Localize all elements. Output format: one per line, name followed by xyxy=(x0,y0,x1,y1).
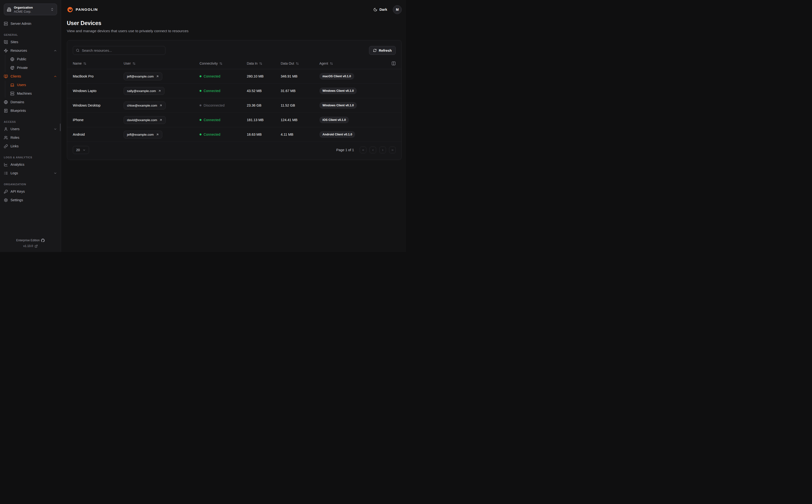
sidebar-footer: Enterprise Edition v1.13.0 xyxy=(0,237,61,249)
column-header-connectivity[interactable]: Connectivity xyxy=(199,62,247,65)
sidebar-item-label: Roles xyxy=(10,136,19,139)
agent-badge: Android Client v0.1.0 xyxy=(319,131,355,138)
next-page-button[interactable] xyxy=(379,147,386,153)
sort-icon xyxy=(330,62,333,65)
connectivity-status: Connected xyxy=(199,74,247,78)
theme-toggle-label: Dark xyxy=(380,8,387,11)
sidebar-item-private[interactable]: Private xyxy=(5,63,57,72)
brand-name: PANGOLIN xyxy=(76,7,98,12)
columns-toggle-icon[interactable] xyxy=(391,61,396,66)
sidebar-item-label: Resources xyxy=(10,49,27,52)
clients-sub-list: Users Machines xyxy=(5,81,57,98)
sidebar-item-public[interactable]: Public xyxy=(5,55,57,63)
sidebar-item-label: Private xyxy=(17,66,28,70)
sidebar-item-api-keys[interactable]: API Keys xyxy=(4,187,57,196)
chevron-up-icon xyxy=(53,75,57,78)
user-email: jeff@example.com xyxy=(127,75,154,78)
waypoints-icon xyxy=(4,49,8,53)
card-footer: 20 Page 1 of 1 xyxy=(67,142,401,160)
sidebar-item-settings[interactable]: Settings xyxy=(4,196,57,204)
chevrons-up-down-icon xyxy=(50,8,54,11)
sidebar-scrollbar-thumb[interactable] xyxy=(60,123,61,131)
device-name: Android xyxy=(73,133,124,136)
receipt-icon xyxy=(4,109,8,113)
sidebar-item-label: Server Admin xyxy=(10,22,31,26)
sidebar-item-clients-users[interactable]: Users xyxy=(5,81,57,89)
theme-toggle[interactable]: Dark xyxy=(373,8,387,12)
external-link-icon xyxy=(35,245,38,248)
sidebar-item-logs[interactable]: Logs xyxy=(4,169,57,177)
arrow-up-right-icon xyxy=(158,89,161,93)
device-name: Windows Lapto xyxy=(73,89,124,93)
edition-link[interactable]: Enterprise Edition xyxy=(0,237,61,243)
avatar[interactable]: M xyxy=(393,5,402,14)
laptop-icon xyxy=(10,83,14,87)
github-icon xyxy=(41,239,45,242)
sidebar-item-label: Sites xyxy=(10,40,18,44)
sidebar-item-resources[interactable]: Resources xyxy=(4,46,57,55)
table-row: Windows Desktop chloe@example.com Discon… xyxy=(67,98,401,113)
first-page-button[interactable] xyxy=(360,147,366,153)
device-name: iPhone xyxy=(73,118,124,122)
sidebar-item-clients-machines[interactable]: Machines xyxy=(5,89,57,98)
column-header-agent[interactable]: Agent xyxy=(319,62,390,65)
key-icon xyxy=(4,190,8,194)
table-row: iPhone david@example.com Connected 181.1… xyxy=(67,113,401,127)
user-chip[interactable]: sally@example.com xyxy=(124,87,164,95)
sidebar-item-server-admin[interactable]: Server Admin xyxy=(4,19,57,28)
status-dot-icon xyxy=(199,134,201,135)
building-icon xyxy=(7,7,11,12)
page-size-value: 20 xyxy=(76,148,80,152)
connectivity-status: Connected xyxy=(199,118,247,122)
sidebar-item-users[interactable]: Users xyxy=(4,125,57,133)
chevrons-right-icon xyxy=(391,149,394,152)
link-icon xyxy=(4,144,8,148)
table-row: Android jeff@example.com Connected 18.63… xyxy=(67,127,401,142)
user-chip[interactable]: jeff@example.com xyxy=(124,72,162,80)
search-icon xyxy=(76,49,79,52)
page-size-select[interactable]: 20 xyxy=(73,146,89,154)
section-title-general: GENERAL xyxy=(4,33,57,36)
sidebar-item-analytics[interactable]: Analytics xyxy=(4,160,57,169)
column-header-data-in[interactable]: Data In xyxy=(247,62,281,65)
column-header-name[interactable]: Name xyxy=(73,62,124,65)
sidebar-item-links[interactable]: Links xyxy=(4,142,57,150)
sidebar-item-domains[interactable]: Domains xyxy=(4,98,57,106)
sidebar-item-clients[interactable]: Clients xyxy=(4,72,57,81)
org-switcher[interactable]: Organization ACME Corp. xyxy=(4,4,57,15)
pagination: Page 1 of 1 xyxy=(336,147,396,153)
sidebar-item-label: Links xyxy=(10,144,19,148)
sidebar: Organization ACME Corp. Server Admin GEN… xyxy=(0,0,61,252)
sidebar-item-roles[interactable]: Roles xyxy=(4,133,57,142)
user-chip[interactable]: chloe@example.com xyxy=(124,102,166,109)
last-page-button[interactable] xyxy=(389,147,396,153)
column-header-data-out[interactable]: Data Out xyxy=(281,62,319,65)
status-label: Connected xyxy=(204,133,220,136)
refresh-button[interactable]: Refresh xyxy=(369,46,396,55)
data-in-value: 43.52 MB xyxy=(247,89,281,93)
version-link[interactable]: v1.13.0 xyxy=(0,243,61,249)
user-email: sally@example.com xyxy=(127,89,156,93)
data-out-value: 124.41 MB xyxy=(281,118,319,122)
refresh-button-label: Refresh xyxy=(379,49,392,52)
user-chip[interactable]: david@example.com xyxy=(124,116,166,124)
arrow-up-right-icon xyxy=(159,118,162,122)
sidebar-item-sites[interactable]: Sites xyxy=(4,38,57,46)
user-chip[interactable]: jeff@example.com xyxy=(124,131,162,139)
search-input[interactable] xyxy=(82,49,162,52)
connectivity-status: Connected xyxy=(199,133,247,136)
brand[interactable]: PANGOLIN xyxy=(67,6,98,13)
page-subtitle: View and manage devices that users use t… xyxy=(67,29,402,33)
status-dot-icon xyxy=(199,119,201,121)
column-header-user[interactable]: User xyxy=(124,62,199,65)
data-in-value: 280.10 MB xyxy=(247,74,281,78)
chevrons-left-icon xyxy=(362,149,365,152)
previous-page-button[interactable] xyxy=(370,147,376,153)
devices-card: Refresh Name User Connectivity Data In D… xyxy=(67,40,402,160)
user-icon xyxy=(4,127,8,131)
chevron-down-icon xyxy=(83,149,86,152)
sidebar-item-blueprints[interactable]: Blueprints xyxy=(4,106,57,115)
avatar-initial: M xyxy=(396,8,399,11)
globe-icon xyxy=(10,57,14,61)
status-label: Connected xyxy=(204,118,220,122)
